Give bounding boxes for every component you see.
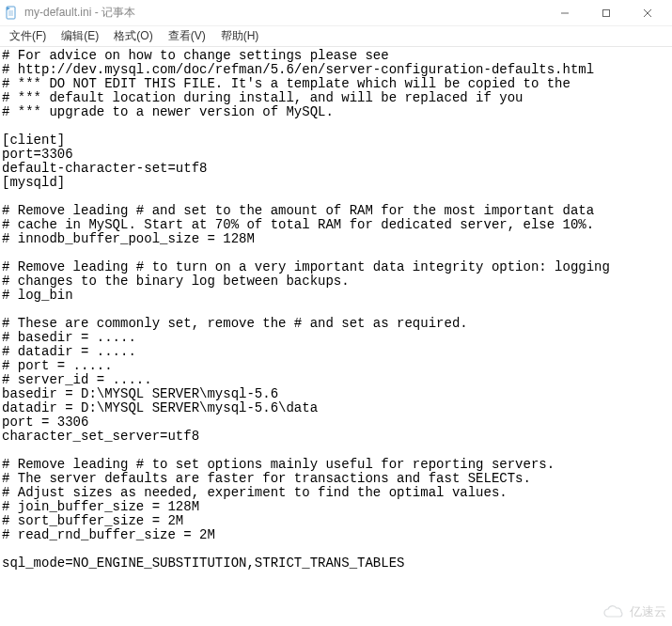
menu-edit[interactable]: 编辑(E) (55, 26, 104, 46)
watermark: 亿速云 (602, 603, 666, 620)
notepad-file-icon (4, 6, 19, 21)
minimize-button[interactable] (544, 0, 586, 26)
cloud-icon (602, 604, 626, 619)
window-controls (544, 0, 668, 26)
watermark-text: 亿速云 (630, 603, 666, 620)
menubar: 文件(F) 编辑(E) 格式(O) 查看(V) 帮助(H) (0, 26, 672, 47)
menu-view[interactable]: 查看(V) (163, 26, 211, 46)
maximize-button[interactable] (586, 0, 627, 26)
menu-help[interactable]: 帮助(H) (215, 26, 265, 46)
svg-rect-5 (603, 9, 610, 16)
text-editor[interactable]: # For advice on how to change settings p… (0, 47, 672, 572)
menu-format[interactable]: 格式(O) (108, 26, 158, 46)
close-button[interactable] (627, 0, 668, 26)
menu-file[interactable]: 文件(F) (4, 26, 52, 46)
window-titlebar: my-default.ini - 记事本 (0, 0, 672, 26)
window-title: my-default.ini - 记事本 (24, 5, 135, 21)
